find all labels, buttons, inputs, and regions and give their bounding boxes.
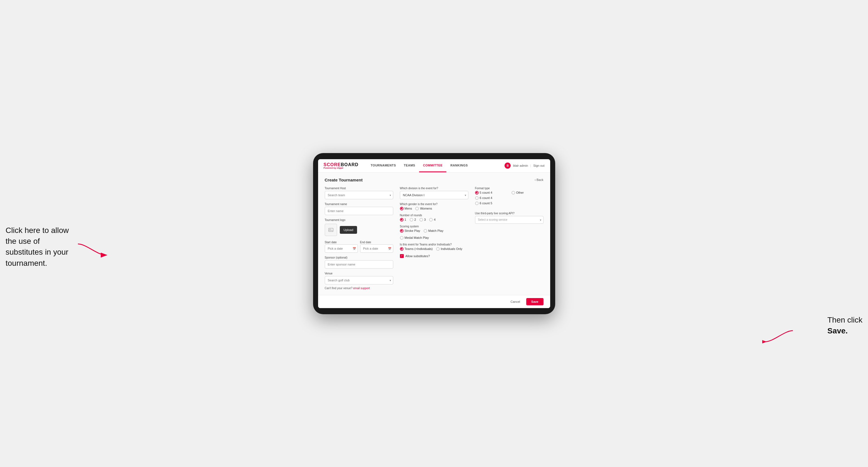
- radio-match-circle: [424, 229, 427, 233]
- format-6count4[interactable]: 6 count 4: [475, 196, 507, 200]
- avatar: B: [504, 162, 511, 169]
- tablet-frame: SCORESCOREBOARDBOARD Powered by clippd T…: [313, 153, 555, 314]
- form-col-3: Format type 5 count 4 Other: [475, 187, 544, 290]
- substitutes-group: Allow substitutes?: [400, 254, 468, 258]
- venue-input[interactable]: [325, 276, 393, 284]
- tournament-logo-label: Tournament logo: [325, 218, 393, 221]
- form-grid: Tournament Host Tournament name Tourname…: [325, 187, 544, 290]
- radio-round-2-circle: [410, 218, 413, 221]
- nav-rankings[interactable]: RANKINGS: [446, 159, 472, 173]
- annotation-right: Then click Save.: [827, 314, 862, 336]
- venue-group: Venue Can't find your venue? email suppo…: [325, 272, 393, 290]
- gender-mens[interactable]: Mens: [400, 207, 412, 210]
- radio-individuals-circle: [436, 247, 440, 251]
- gender-womens[interactable]: Womens: [415, 207, 432, 210]
- scoring-medal[interactable]: Medal Match Play: [400, 236, 429, 240]
- logo-brand: clippd: [337, 167, 343, 169]
- annotation-left: Click here to allow the use of substitut…: [6, 225, 72, 269]
- allow-substitutes-checkbox[interactable]: Allow substitutes?: [400, 254, 468, 258]
- division-group: Which division is the event for? NCAA Di…: [400, 187, 468, 199]
- nav-user-area: B blair admin | Sign out: [504, 162, 544, 169]
- radio-6count5-circle: [475, 201, 479, 205]
- user-name: blair admin: [513, 164, 528, 167]
- calendar-icon-end: 📅: [388, 247, 391, 250]
- scoring-match[interactable]: Match Play: [424, 229, 443, 233]
- format-other[interactable]: Other: [512, 191, 544, 194]
- format-group: Format type 5 count 4 Other: [475, 187, 544, 205]
- rounds-2[interactable]: 2: [410, 218, 416, 221]
- teams-group: Is this event for Teams and/or Individua…: [400, 243, 468, 251]
- form-col-1: Tournament Host Tournament name Tourname…: [325, 187, 393, 290]
- app-logo: SCORESCOREBOARDBOARD Powered by clippd: [324, 162, 359, 169]
- format-label: Format type: [475, 187, 544, 190]
- radio-womens-circle: [415, 207, 419, 210]
- tournament-name-input[interactable]: [325, 207, 393, 215]
- rounds-4[interactable]: 4: [429, 218, 436, 221]
- rounds-1[interactable]: 1: [400, 218, 406, 221]
- arrow-left-icon: [75, 241, 108, 259]
- nav-tournaments[interactable]: TOURNAMENTS: [367, 159, 400, 173]
- gender-group: Which gender is the event for? Mens Wome…: [400, 203, 468, 210]
- end-date-label: End date: [360, 241, 371, 244]
- cancel-button[interactable]: Cancel: [507, 298, 524, 305]
- format-6count5[interactable]: 6 count 5: [475, 201, 507, 205]
- radio-mens-circle: [400, 207, 404, 210]
- division-select[interactable]: NCAA Division I: [400, 191, 468, 199]
- venue-help: Can't find your venue? email support: [325, 287, 393, 290]
- format-5count4[interactable]: 5 count 4: [475, 191, 507, 194]
- radio-round-3-circle: [420, 218, 423, 221]
- teams-label: Is this event for Teams and/or Individua…: [400, 243, 468, 246]
- tournament-name-label: Tournament name: [325, 203, 393, 206]
- nav-links: TOURNAMENTS TEAMS COMMITTEE RANKINGS: [367, 159, 504, 173]
- start-date-label: Start date: [325, 241, 337, 244]
- gender-label: Which gender is the event for?: [400, 203, 468, 206]
- logo-placeholder: [325, 224, 337, 236]
- teams-plus-individuals[interactable]: Teams (+Individuals): [400, 247, 433, 251]
- rounds-label: Number of rounds: [400, 214, 468, 217]
- sponsor-input[interactable]: [325, 260, 393, 269]
- scoring-label: Scoring system: [400, 225, 468, 228]
- tournament-host-label: Tournament Host: [325, 187, 393, 190]
- scoring-service-select[interactable]: Select a scoring service: [475, 216, 544, 224]
- back-button[interactable]: ‹ Back: [535, 178, 543, 182]
- logo-highlight: SCORE: [324, 162, 341, 167]
- radio-medal-circle: [400, 236, 404, 240]
- form-footer: Cancel Save: [318, 295, 550, 308]
- sponsor-label: Sponsor (optional): [325, 256, 393, 259]
- arrow-right-icon: [762, 328, 796, 346]
- page-title: Create Tournament: [325, 178, 363, 182]
- scoring-group: Scoring system Stroke Play Match Play: [400, 225, 468, 240]
- scoring-api-group: Use third-party live scoring API? Select…: [475, 212, 544, 224]
- scoring-stroke[interactable]: Stroke Play: [400, 229, 420, 233]
- venue-label: Venue: [325, 272, 393, 275]
- email-support-link[interactable]: email support: [353, 287, 370, 290]
- tournament-host-group: Tournament Host: [325, 187, 393, 199]
- radio-round-1-circle: [400, 218, 404, 221]
- tournament-name-group: Tournament name: [325, 203, 393, 215]
- rounds-3[interactable]: 3: [420, 218, 426, 221]
- checkbox-substitutes: [400, 254, 404, 258]
- radio-other-circle: [512, 191, 515, 194]
- scoring-api-label: Use third-party live scoring API?: [475, 212, 544, 215]
- nav-committee[interactable]: COMMITTEE: [419, 159, 447, 173]
- radio-teams-circle: [400, 247, 404, 251]
- page-header: Create Tournament ‹ Back: [325, 178, 544, 182]
- nav-teams[interactable]: TEAMS: [400, 159, 419, 173]
- sponsor-group: Sponsor (optional): [325, 256, 393, 269]
- form-col-2: Which division is the event for? NCAA Di…: [400, 187, 468, 290]
- svg-point-3: [330, 229, 330, 229]
- radio-6count4-circle: [475, 196, 479, 200]
- tablet-screen: SCORESCOREBOARDBOARD Powered by clippd T…: [318, 159, 550, 308]
- tournament-host-input[interactable]: [325, 191, 393, 199]
- date-group: Start date 📅 End date 📅: [325, 239, 393, 253]
- save-button[interactable]: Save: [526, 298, 544, 305]
- calendar-icon: 📅: [352, 247, 356, 250]
- navigation: SCORESCOREBOARDBOARD Powered by clippd T…: [318, 159, 550, 173]
- upload-button[interactable]: Upload: [340, 226, 357, 234]
- tournament-logo-group: Tournament logo Upload: [325, 218, 393, 236]
- radio-round-4-circle: [429, 218, 433, 221]
- rounds-group: Number of rounds 1 2: [400, 214, 468, 221]
- radio-stroke-circle: [400, 229, 404, 233]
- signout-link[interactable]: Sign out: [533, 164, 544, 167]
- individuals-only[interactable]: Individuals Only: [436, 247, 463, 251]
